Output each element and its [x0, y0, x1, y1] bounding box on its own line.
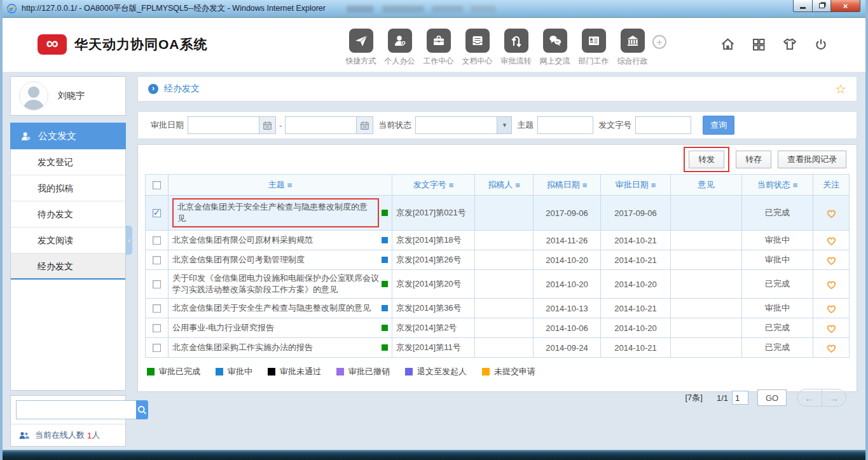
internet-explorer-icon: e: [6, 3, 17, 14]
sidebar-item-pending-documents[interactable]: 待办发文: [11, 201, 125, 227]
row-checkbox[interactable]: [153, 280, 161, 288]
favorite-heart-icon[interactable]: [825, 342, 837, 353]
add-module-button[interactable]: +: [652, 35, 666, 49]
table-row[interactable]: 公用事业-电力行业研究报告 京发[2014]第2号 2014-10-06 201…: [146, 318, 849, 337]
opinion-cell: [671, 270, 742, 298]
legend-color-square: [268, 368, 275, 375]
column-header-approval-date[interactable]: 审批日期≡: [601, 175, 671, 195]
sidebar-search-input[interactable]: [16, 400, 136, 419]
document-subject[interactable]: 北京金信集团有限公司原材料采购规范: [172, 234, 313, 246]
document-subject[interactable]: 北京金信集团有限公司考勤管理制度: [172, 254, 305, 266]
column-header-doc-number[interactable]: 发文字号≡: [392, 175, 475, 195]
table-row[interactable]: 北京金信集团有限公司考勤管理制度 京发[2014]第26号 2014-10-20…: [146, 250, 849, 269]
column-header-draft-date[interactable]: 拟稿日期≡: [534, 175, 601, 195]
table-row[interactable]: 关于印发《金信集团电力设施和电能保护办公室联席会议学习实践活动整改落实阶段工作方…: [146, 269, 849, 298]
sort-icon[interactable]: ≡: [449, 180, 454, 190]
row-checkbox[interactable]: [153, 236, 161, 245]
favorite-heart-icon[interactable]: [825, 255, 837, 266]
document-subject[interactable]: 公用事业-电力行业研究报告: [172, 322, 274, 334]
user-card: 刘晓宇: [10, 76, 126, 116]
column-header-status[interactable]: 当前状态≡: [742, 175, 813, 195]
sort-icon[interactable]: ≡: [287, 180, 293, 190]
subject-input[interactable]: [537, 116, 593, 134]
current-status-value[interactable]: [415, 116, 497, 134]
power-icon[interactable]: [813, 37, 829, 52]
calendar-button-from[interactable]: [259, 116, 276, 134]
next-page-button[interactable]: →: [822, 389, 846, 406]
nav-item-shortcuts[interactable]: 快捷方式: [341, 29, 380, 67]
sidebar-item-document-register[interactable]: 发文登记: [11, 149, 125, 175]
column-header-subject[interactable]: 主题≡: [169, 175, 392, 195]
drafter-cell: [475, 196, 534, 230]
document-subject[interactable]: 北京金信集团关于安全生产检查与隐患整改制度的意见: [172, 198, 379, 227]
status-color-square: [382, 344, 388, 351]
table-row[interactable]: 北京金信集团有限公司原材料采购规范 京发[2014]第18号 2014-11-2…: [146, 230, 849, 250]
apps-grid-icon[interactable]: [751, 37, 766, 52]
close-button[interactable]: ×: [831, 0, 860, 12]
previous-page-button[interactable]: ←: [797, 389, 822, 406]
favorite-heart-icon[interactable]: [825, 323, 837, 334]
legend-item: 审批已完成: [147, 366, 200, 377]
doc-number-input[interactable]: [635, 116, 691, 134]
doc-number-label: 发文字号: [598, 119, 631, 131]
home-icon[interactable]: [720, 36, 736, 52]
favorite-heart-icon[interactable]: [825, 235, 837, 246]
legend-color-square: [336, 368, 344, 375]
draft-date-cell: 2017-09-06: [534, 196, 601, 230]
favorite-star-icon[interactable]: ☆: [835, 83, 846, 95]
row-checkbox[interactable]: [153, 304, 161, 313]
online-users-icon: [18, 431, 30, 440]
save-as-button[interactable]: 转存: [736, 151, 771, 168]
table-row[interactable]: 北京金信集团关于安全生产检查与隐患整改制度的意见 京发[2014]第36号 20…: [146, 298, 849, 318]
favorite-heart-icon[interactable]: [825, 303, 837, 314]
row-checkbox[interactable]: [153, 324, 161, 332]
sort-icon[interactable]: ≡: [651, 180, 656, 190]
approval-date-to-input[interactable]: [285, 116, 356, 134]
restore-button[interactable]: [812, 0, 831, 12]
page-number-input[interactable]: [732, 391, 748, 405]
column-header-follow: 关注: [813, 175, 849, 195]
favorite-heart-icon[interactable]: [825, 279, 837, 290]
select-all-checkbox[interactable]: [153, 181, 161, 189]
sidebar-item-handled-documents[interactable]: 经办发文: [11, 254, 125, 280]
minimize-button[interactable]: [793, 0, 812, 12]
sidebar-item-my-drafts[interactable]: 我的拟稿: [11, 175, 125, 201]
nav-item-online-chat[interactable]: 网上交流: [535, 29, 574, 67]
sort-icon[interactable]: ≡: [793, 180, 798, 190]
document-subject[interactable]: 北京金信集团关于安全生产检查与隐患整改制度的意见: [172, 302, 371, 314]
nav-item-department-work[interactable]: 部门工作: [574, 29, 613, 67]
favorite-heart-icon[interactable]: [825, 208, 837, 219]
nav-item-approval-flow[interactable]: 审批流转: [497, 29, 535, 67]
sidebar-item-document-reading[interactable]: 发文阅读: [11, 227, 125, 254]
drafter-cell: [475, 231, 534, 250]
calendar-button-to[interactable]: [356, 116, 373, 134]
sidebar-section-official-documents[interactable]: 公文发文: [10, 123, 126, 149]
sort-icon[interactable]: ≡: [515, 180, 520, 190]
table-row[interactable]: 北京金信集团关于安全生产检查与隐患整改制度的意见 京发[2017]第021号 2…: [146, 195, 849, 230]
forward-button[interactable]: 转发: [689, 151, 724, 168]
table-row[interactable]: 北京金信集团采购工作实施办法的报告 京发[2014]第11号 2014-09-2…: [146, 337, 849, 357]
dropdown-arrow-icon[interactable]: ▼: [497, 116, 512, 134]
current-status-select[interactable]: ▼: [415, 116, 512, 134]
nav-item-personal-office[interactable]: 个人办公: [380, 29, 419, 67]
column-header-drafter[interactable]: 拟稿人≡: [475, 175, 534, 195]
status-color-square: [382, 281, 388, 287]
view-review-records-button[interactable]: 查看批阅记录: [778, 151, 846, 168]
nav-item-work-center[interactable]: 工作中心: [419, 29, 458, 67]
document-subject[interactable]: 关于印发《金信集团电力设施和电能保护办公室联席会议学习实践活动整改落实阶段工作方…: [172, 273, 382, 295]
row-checkbox[interactable]: [153, 344, 161, 352]
sidebar-collapse-handle[interactable]: ‹: [126, 226, 132, 255]
document-subject[interactable]: 北京金信集团采购工作实施办法的报告: [172, 342, 313, 353]
bank-building-icon: [625, 33, 640, 48]
nav-item-administration[interactable]: 综合行政: [613, 29, 652, 67]
go-button[interactable]: GO: [757, 389, 787, 406]
row-checkbox[interactable]: [153, 209, 161, 217]
theme-shirt-icon[interactable]: [782, 36, 798, 52]
sort-icon[interactable]: ≡: [582, 180, 588, 190]
approval-date-from-input[interactable]: [188, 116, 259, 134]
nav-item-document-center[interactable]: 文档中心: [458, 29, 497, 67]
svg-text:e: e: [9, 4, 13, 12]
approval-date-cell: 2014-10-20: [601, 318, 671, 337]
row-checkbox[interactable]: [153, 256, 161, 264]
query-button[interactable]: 查询: [703, 116, 734, 135]
